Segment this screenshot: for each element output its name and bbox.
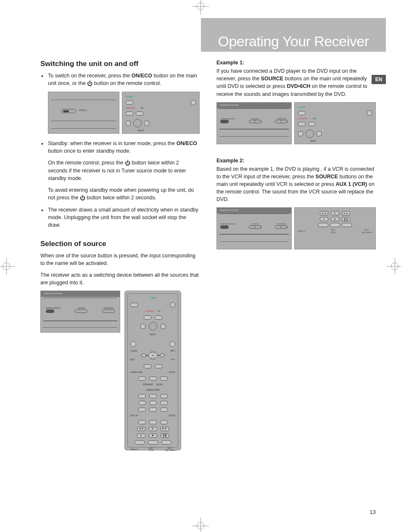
page-number: 13	[370, 509, 376, 515]
left-column: Switching the unit on and off To switch …	[40, 59, 200, 456]
example-2-text: Based on the example 1, the DVD is playi…	[216, 165, 376, 204]
remote-dpad: ok	[140, 355, 166, 356]
figure-main-unit-source: THEATRE SYSTEM DEMONSTRATION SOURCE SURR…	[40, 291, 120, 333]
crop-mark-bottom	[192, 517, 209, 532]
example-1-text: If you have connected a DVD player to th…	[216, 67, 376, 98]
figure-remote-top: TUNER DVD•6CHTV BACK	[122, 92, 200, 134]
figure-ex1-remote: TUNER DVD•6CHTV BACK	[294, 102, 376, 144]
crop-mark-top	[192, 0, 209, 15]
remote-power-btn	[191, 100, 196, 105]
crop-mark-right	[386, 258, 401, 275]
figure-example-2: THEATRE SYSTEM DEMONSTRATION SOURCE SURR…	[216, 207, 376, 249]
figure-main-unit-oneco: ON/ECO	[48, 92, 119, 134]
figure-ex2-main-unit: THEATRE SYSTEM DEMONSTRATION SOURCE SURR…	[216, 207, 292, 249]
page-title: Operating Your Receiver	[218, 33, 369, 50]
figure-remote-full: TUNER DVD•6CHTV BACK CLEARINFO ok RDSPTY…	[124, 291, 181, 450]
bullet-standby: Standby: when the receiver is in tuner m…	[40, 140, 200, 155]
figure-ex1-main-unit: THEATRE SYSTEM DEMONSTRATION SOURCE SURR…	[216, 102, 292, 144]
bullet-electricity-draw: The receiver draws a small amount of ele…	[40, 206, 200, 229]
figure-selection-source: THEATRE SYSTEM DEMONSTRATION SOURCE SURR…	[40, 291, 200, 450]
right-column: Example 1: If you have connected a DVD p…	[216, 59, 376, 456]
power-icon	[87, 80, 92, 86]
oneco-button-icon	[61, 109, 76, 113]
example-2-head: Example 2:	[216, 157, 376, 164]
figure-example-1: THEATRE SYSTEM DEMONSTRATION SOURCE SURR…	[216, 102, 376, 144]
page-title-band: Operating Your Receiver	[201, 18, 386, 52]
crop-mark-left	[0, 258, 15, 275]
figure-ex2-remote: ◄◄►►► ●■❚❚ TAPE•CDAUX 1 (VCR)AUX 2 (SAT•…	[294, 207, 376, 249]
power-icon	[125, 160, 130, 166]
remote-tuner-btn	[126, 101, 133, 105]
para-remote-twice: On the remote control, press the button …	[40, 159, 200, 182]
para-source-2: The receiver acts as a switching device …	[40, 271, 200, 286]
para-avoid-standby: To avoid entering standby mode when powe…	[40, 186, 200, 202]
heading-switching: Switching the unit on and off	[40, 59, 200, 69]
heading-selection-source: Selection of source	[40, 239, 200, 249]
bullet-switch-on: To switch on the receiver, press the ON/…	[40, 72, 200, 87]
figure-switching: ON/ECO TUNER DVD•6CHTV BACK	[48, 92, 200, 134]
example-1-head: Example 1:	[216, 59, 376, 66]
power-icon	[80, 195, 85, 201]
para-source-1: When one of the source button is pressed…	[40, 252, 200, 267]
